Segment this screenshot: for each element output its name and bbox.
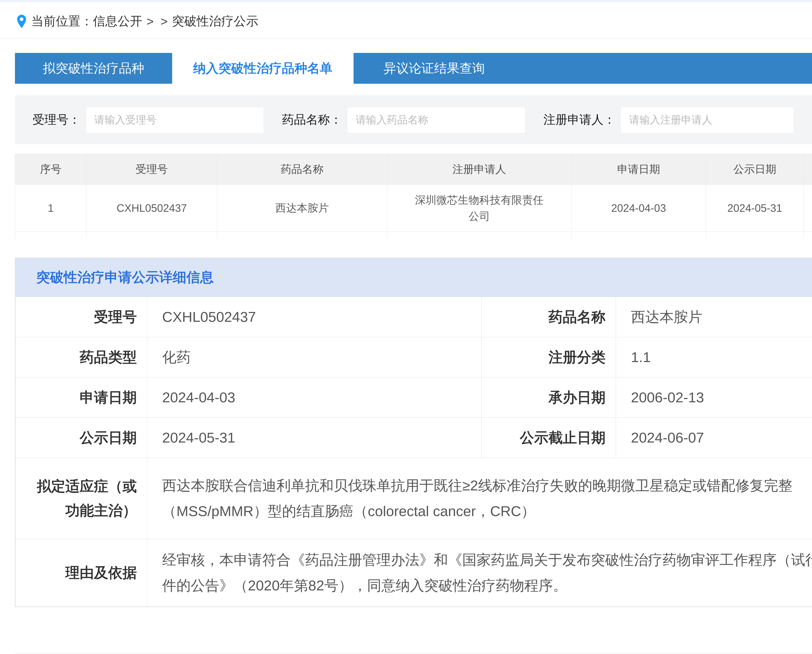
- col-header-publicity-date: 公示日期: [706, 154, 804, 185]
- cell-accept-no: CXHL0502437: [86, 185, 217, 232]
- breadcrumb-link-info-disclosure[interactable]: 信息公开: [93, 13, 142, 30]
- applicant-input[interactable]: [620, 106, 794, 134]
- col-header-accept-no: 受理号: [86, 154, 217, 185]
- detail-handle-date-label: 承办日期: [481, 377, 616, 417]
- drug-name-label: 药品名称：: [282, 112, 342, 128]
- close-button-row: 关闭: [15, 619, 812, 650]
- cell-apply-date: 2024-04-03: [571, 185, 706, 232]
- breadcrumb-current: 突破性治疗公示: [172, 13, 258, 30]
- tab-proposed-breakthrough[interactable]: 拟突破性治疗品种: [15, 53, 172, 84]
- detail-drug-name-value: 西达本胺片: [616, 297, 812, 337]
- col-header-drug-name: 药品名称: [217, 154, 387, 185]
- detail-handle-date-value: 2006-02-13: [616, 377, 812, 417]
- detail-drug-type-value: 化药: [147, 337, 481, 377]
- detail-drug-name-label: 药品名称: [481, 297, 616, 337]
- detail-publicity-deadline-label: 公示截止日期: [481, 417, 616, 458]
- detail-accept-no-label: 受理号: [15, 297, 147, 337]
- detail-apply-date-value: 2024-04-03: [147, 377, 481, 417]
- detail-publicity-date-label: 公示日期: [15, 417, 147, 458]
- tab-bar: 拟突破性治疗品种 纳入突破性治疗品种名单 异议论证结果查询: [15, 53, 812, 84]
- detail-reason-label: 理由及依据: [15, 539, 147, 607]
- breadcrumb-divider: [0, 38, 812, 39]
- col-header-apply-date: 申请日期: [571, 154, 706, 185]
- detail-accept-no-value: CXHL0502437: [147, 297, 481, 337]
- cell-drug-name: 西达本胺片: [217, 185, 387, 232]
- col-header-index: 序号: [15, 154, 86, 185]
- location-pin-icon: [16, 14, 27, 29]
- detail-drug-type-label: 药品类型: [15, 337, 147, 377]
- table-row-partial: [15, 232, 812, 238]
- tab-bar-filler: [515, 53, 812, 84]
- detail-panel: 突破性治疗申请公示详细信息 受理号 CXHL0502437 药品名称 西达本胺片…: [15, 258, 812, 607]
- detail-reason-value: 经审核，本申请符合《药品注册管理办法》和《国家药监局关于发布突破性治疗药物审评工…: [147, 539, 812, 607]
- detail-reg-class-value: 1.1: [616, 337, 812, 377]
- detail-reg-class-label: 注册分类: [481, 337, 616, 377]
- accept-no-label: 受理号：: [32, 112, 81, 128]
- breadcrumb-label: 当前位置：: [31, 13, 93, 30]
- accept-no-input[interactable]: [86, 106, 264, 134]
- detail-indication-value: 西达本胺联合信迪利单抗和贝伐珠单抗用于既往≥2线标准治疗失败的晚期微卫星稳定或错…: [147, 458, 812, 539]
- breadcrumb: 当前位置： 信息公开 > > 突破性治疗公示: [0, 2, 812, 38]
- detail-panel-title: 突破性治疗申请公示详细信息: [15, 258, 812, 296]
- cell-index: 1: [15, 185, 86, 232]
- page-top-strip: [0, 0, 812, 2]
- detail-indication-label: 拟定适应症（或功能主治）: [15, 458, 147, 539]
- col-header-publicity-deadline: 公示截止日期: [804, 154, 812, 185]
- col-header-applicant: 注册申请人: [387, 154, 571, 185]
- tab-objection-results[interactable]: 异议论证结果查询: [354, 53, 515, 84]
- detail-publicity-deadline-value: 2024-06-07: [616, 417, 812, 458]
- drug-name-input[interactable]: [347, 106, 526, 134]
- search-bar: 受理号： 药品名称： 注册申请人： 查询: [15, 95, 812, 144]
- applicant-label: 注册申请人：: [543, 112, 616, 128]
- bottom-cutoff-element: [15, 653, 812, 654]
- table-header-row: 序号 受理号 药品名称 注册申请人 申请日期 公示日期 公示截止日期: [15, 154, 812, 185]
- detail-apply-date-label: 申请日期: [15, 377, 147, 417]
- breadcrumb-separator: > >: [147, 14, 168, 28]
- tab-included-breakthrough-list[interactable]: 纳入突破性治疗品种名单: [172, 53, 354, 84]
- cell-publicity-date: 2024-05-31: [706, 185, 804, 232]
- results-table: 序号 受理号 药品名称 注册申请人 申请日期 公示日期 公示截止日期 1 CXH…: [15, 154, 812, 238]
- table-row[interactable]: 1 CXHL0502437 西达本胺片 深圳微芯生物科技有限责任公司 2024-…: [15, 185, 812, 232]
- detail-publicity-date-value: 2024-05-31: [147, 417, 481, 458]
- cell-publicity-deadline: 2024-06-07: [804, 185, 812, 232]
- cell-applicant: 深圳微芯生物科技有限责任公司: [387, 185, 571, 232]
